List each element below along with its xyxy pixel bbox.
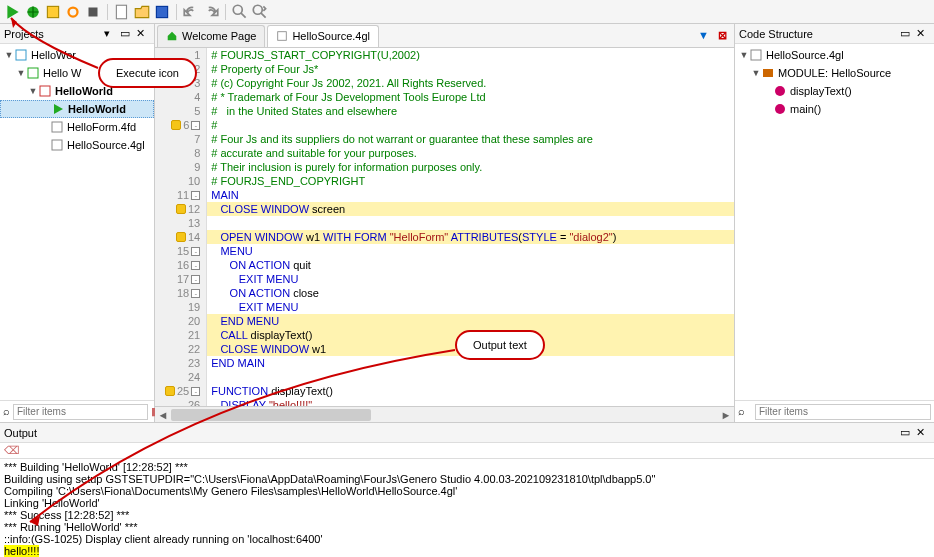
gutter-line[interactable]: 22 xyxy=(155,342,206,356)
panel-menu-icon[interactable]: ▾ xyxy=(104,27,118,41)
fold-icon[interactable]: - xyxy=(191,247,200,256)
scroll-right-arrow[interactable]: ► xyxy=(718,407,734,423)
gutter-line[interactable]: 9 xyxy=(155,160,206,174)
gutter-line[interactable]: 18- xyxy=(155,286,206,300)
code-line[interactable]: EXIT MENU xyxy=(207,272,734,286)
open-icon[interactable] xyxy=(133,3,151,21)
projects-tree[interactable]: ▼HelloWor▼Hello W▼HelloWorldHelloWorldHe… xyxy=(0,44,154,400)
tree-caret-icon[interactable]: ▼ xyxy=(16,68,26,78)
breakpoint-marker-icon[interactable] xyxy=(176,232,186,242)
panel-close-icon[interactable]: ✕ xyxy=(916,27,930,41)
filter-icon[interactable]: ⌕ xyxy=(738,405,752,419)
gutter-line[interactable]: 20 xyxy=(155,314,206,328)
panel-close-icon[interactable]: ✕ xyxy=(136,27,150,41)
gutter-line[interactable]: 5 xyxy=(155,104,206,118)
code-line[interactable] xyxy=(207,370,734,384)
code-line[interactable]: # Four Js and its suppliers do not warra… xyxy=(207,132,734,146)
new-icon[interactable] xyxy=(113,3,131,21)
undo-icon[interactable] xyxy=(182,3,200,21)
fold-icon[interactable]: - xyxy=(191,289,200,298)
tree-caret-icon[interactable]: ▼ xyxy=(4,50,14,60)
structure-filter-input[interactable] xyxy=(755,404,931,420)
code-line[interactable]: MAIN xyxy=(207,188,734,202)
code-line[interactable]: # Their inclusion is purely for informat… xyxy=(207,160,734,174)
code-line[interactable]: # accurate and suitable for your purpose… xyxy=(207,146,734,160)
code-line[interactable]: MENU xyxy=(207,244,734,258)
code-line[interactable]: ON ACTION close xyxy=(207,286,734,300)
gutter-line[interactable]: 7 xyxy=(155,132,206,146)
editor-tab[interactable]: Welcome Page xyxy=(157,25,265,47)
breakpoint-marker-icon[interactable] xyxy=(165,386,175,396)
gutter-line[interactable]: 24 xyxy=(155,370,206,384)
link-icon[interactable] xyxy=(64,3,82,21)
tree-caret-icon[interactable]: ▼ xyxy=(739,50,749,60)
tree-caret-icon[interactable]: ▼ xyxy=(28,86,38,96)
horizontal-scrollbar[interactable]: ◄ ► xyxy=(155,406,734,422)
tab-close-icon[interactable]: ⊠ xyxy=(714,28,730,44)
gutter-line[interactable]: 23 xyxy=(155,356,206,370)
tree-item[interactable]: ▼HelloSource.4gl xyxy=(735,46,934,64)
panel-minimize-icon[interactable]: ▭ xyxy=(900,27,914,41)
gutter-line[interactable]: 4 xyxy=(155,90,206,104)
panel-close-icon[interactable]: ✕ xyxy=(916,426,930,440)
output-text[interactable]: *** Building 'HelloWorld' [12:28:52] ***… xyxy=(0,459,934,557)
gutter-line[interactable]: 16- xyxy=(155,258,206,272)
clear-output-icon[interactable]: ⌫ xyxy=(4,444,20,456)
debug-icon[interactable] xyxy=(24,3,42,21)
gutter-line[interactable]: 12 xyxy=(155,202,206,216)
code-line[interactable]: FUNCTION displayText() xyxy=(207,384,734,398)
scroll-thumb[interactable] xyxy=(171,409,371,421)
gutter-line[interactable]: 14 xyxy=(155,230,206,244)
code-line[interactable]: # xyxy=(207,118,734,132)
tree-item[interactable]: HelloWorld xyxy=(0,100,154,118)
scroll-left-arrow[interactable]: ◄ xyxy=(155,407,171,423)
code-line[interactable]: ON ACTION quit xyxy=(207,258,734,272)
search-icon[interactable] xyxy=(231,3,249,21)
breakpoint-marker-icon[interactable] xyxy=(171,120,181,130)
tree-item[interactable]: displayText() xyxy=(735,82,934,100)
build-icon[interactable] xyxy=(44,3,62,21)
execute-icon[interactable] xyxy=(4,3,22,21)
tree-item[interactable]: main() xyxy=(735,100,934,118)
gutter-line[interactable]: 10 xyxy=(155,174,206,188)
code-line[interactable]: CLOSE WINDOW screen xyxy=(207,202,734,216)
code-line[interactable] xyxy=(207,216,734,230)
gutter-line[interactable]: 17- xyxy=(155,272,206,286)
stop-icon[interactable] xyxy=(84,3,102,21)
gutter-line[interactable]: 26 xyxy=(155,398,206,406)
code-line[interactable]: OPEN WINDOW w1 WITH FORM "HelloForm" ATT… xyxy=(207,230,734,244)
editor-tab[interactable]: HelloSource.4gl xyxy=(267,25,379,47)
code-line[interactable]: DISPLAY "hello!!!!" xyxy=(207,398,734,406)
tree-item[interactable]: HelloSource.4gl xyxy=(0,136,154,154)
redo-icon[interactable] xyxy=(202,3,220,21)
panel-minimize-icon[interactable]: ▭ xyxy=(900,426,914,440)
code-line[interactable]: # FOURJS_START_COPYRIGHT(U,2002) xyxy=(207,48,734,62)
code-line[interactable]: # * Trademark of Four Js Development Too… xyxy=(207,90,734,104)
breakpoint-marker-icon[interactable] xyxy=(176,204,186,214)
code-editor[interactable]: 123456-7891011-12131415-16-17-18-1920212… xyxy=(155,48,734,406)
code-line[interactable]: # Property of Four Js* xyxy=(207,62,734,76)
fold-icon[interactable]: - xyxy=(191,261,200,270)
code-line[interactable]: EXIT MENU xyxy=(207,300,734,314)
projects-filter-input[interactable] xyxy=(13,404,148,420)
code-line[interactable]: # in the United States and elsewhere xyxy=(207,104,734,118)
tree-item[interactable]: ▼MODULE: HelloSource xyxy=(735,64,934,82)
line-gutter[interactable]: 123456-7891011-12131415-16-17-18-1920212… xyxy=(155,48,207,406)
gutter-line[interactable]: 6- xyxy=(155,118,206,132)
save-icon[interactable] xyxy=(153,3,171,21)
code-line[interactable]: END MENU xyxy=(207,314,734,328)
fold-icon[interactable]: - xyxy=(191,191,200,200)
gutter-line[interactable]: 15- xyxy=(155,244,206,258)
fold-icon[interactable]: - xyxy=(191,387,200,396)
gutter-line[interactable]: 21 xyxy=(155,328,206,342)
panel-minimize-icon[interactable]: ▭ xyxy=(120,27,134,41)
fold-icon[interactable]: - xyxy=(191,275,200,284)
code-line[interactable]: # (c) Copyright Four Js 2002, 2021. All … xyxy=(207,76,734,90)
tree-item[interactable]: HelloForm.4fd xyxy=(0,118,154,136)
gutter-line[interactable]: 11- xyxy=(155,188,206,202)
tab-dropdown-icon[interactable]: ▼ xyxy=(698,29,712,43)
gutter-line[interactable]: 13 xyxy=(155,216,206,230)
tree-caret-icon[interactable]: ▼ xyxy=(751,68,761,78)
gutter-line[interactable]: 8 xyxy=(155,146,206,160)
code-line[interactable]: # FOURJS_END_COPYRIGHT xyxy=(207,174,734,188)
